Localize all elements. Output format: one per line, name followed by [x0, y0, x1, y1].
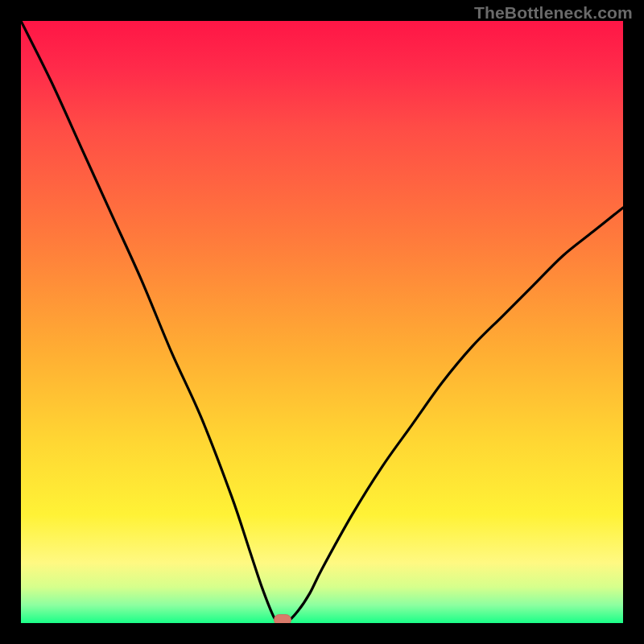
curve-layer — [21, 21, 623, 623]
chart-frame: TheBottleneck.com — [0, 0, 644, 644]
bottleneck-curve-path — [21, 21, 623, 623]
watermark-text: TheBottleneck.com — [474, 3, 633, 23]
plot-area — [21, 21, 623, 623]
minimum-marker — [274, 614, 291, 623]
